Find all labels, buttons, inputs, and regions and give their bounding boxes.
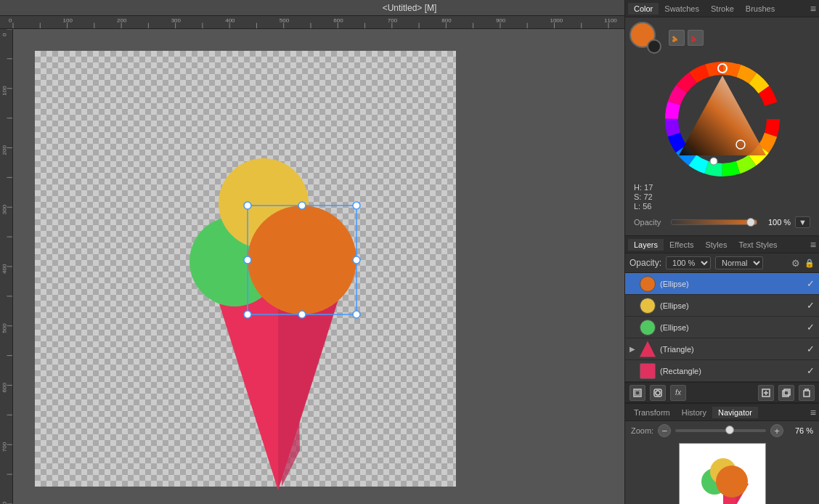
layer-name-3: (Triangle) xyxy=(660,345,807,354)
opacity-thumb[interactable] xyxy=(746,218,755,227)
hsl-s: S: 72 xyxy=(634,192,810,201)
hsl-h: H: 17 xyxy=(634,183,810,192)
layers-blend-select[interactable]: Normal xyxy=(715,256,763,269)
color-swatch-container[interactable] xyxy=(629,22,661,54)
layer-item-1[interactable]: (Ellipse) ✓ xyxy=(625,295,819,317)
artwork-svg xyxy=(57,73,478,504)
tab-swatches[interactable]: Swatches xyxy=(659,3,705,15)
svg-point-46 xyxy=(656,391,660,395)
svg-point-11 xyxy=(353,256,360,264)
opacity-dropdown-btn[interactable]: ▼ xyxy=(795,216,810,228)
zoom-label: Zoom: xyxy=(631,426,653,435)
tab-layers[interactable]: Layers xyxy=(628,239,664,251)
zoom-slider[interactable] xyxy=(675,429,766,432)
layer-check-0[interactable]: ✓ xyxy=(807,278,815,289)
layer-name-2: (Ellipse) xyxy=(660,323,807,332)
layer-check-3[interactable]: ✓ xyxy=(807,344,815,354)
background-color[interactable] xyxy=(647,39,661,54)
zoom-minus-btn[interactable]: − xyxy=(658,424,671,437)
layers-panel: Layers Effects Styles Text Styles ≡ Opac… xyxy=(625,236,819,403)
ruler-v-canvas xyxy=(0,29,12,504)
svg-rect-52 xyxy=(804,391,810,397)
layers-tool-delete[interactable] xyxy=(799,385,815,401)
tab-styles[interactable]: Styles xyxy=(699,239,733,251)
opacity-value: 100 % xyxy=(762,218,791,227)
layer-check-4[interactable]: ✓ xyxy=(807,365,815,376)
tab-history[interactable]: History xyxy=(676,407,712,418)
layer-check-1[interactable]: ✓ xyxy=(807,300,815,311)
color-panel-tabs: Color Swatches Stroke Brushes ≡ xyxy=(625,0,819,17)
layers-tool-mask[interactable] xyxy=(650,385,666,401)
tab-navigator[interactable]: Navigator xyxy=(712,407,758,418)
layer-item-3[interactable]: ▶ (Triangle) ✓ xyxy=(625,338,819,360)
tab-brushes[interactable]: Brushes xyxy=(740,3,781,15)
svg-rect-44 xyxy=(635,391,640,395)
color-panel-body: H: 17 S: 72 L: 56 Opacity 100 % ▼ xyxy=(625,17,819,235)
tab-transform[interactable]: Transform xyxy=(628,407,676,418)
layers-tool-group[interactable] xyxy=(629,385,645,401)
fx-label: fx xyxy=(675,389,681,397)
layer-expand-3[interactable]: ▶ xyxy=(629,345,640,353)
layer-thumb-0 xyxy=(640,276,656,292)
hsl-values: H: 17 S: 72 L: 56 xyxy=(634,183,810,211)
tab-stroke[interactable]: Stroke xyxy=(705,3,740,15)
zoom-plus-btn[interactable]: + xyxy=(770,424,783,437)
layer-item-2[interactable]: (Ellipse) ✓ xyxy=(625,317,819,338)
opacity-slider[interactable] xyxy=(671,219,757,225)
nav-preview xyxy=(625,440,819,504)
layer-thumb-4 xyxy=(640,363,656,379)
layer-name-1: (Ellipse) xyxy=(660,301,807,310)
layers-tool-new[interactable] xyxy=(758,385,774,401)
layer-name-4: (Rectangle) xyxy=(660,367,807,375)
document-canvas[interactable] xyxy=(35,51,456,487)
duplicate-icon xyxy=(781,388,791,398)
layer-name-0: (Ellipse) xyxy=(660,280,807,288)
svg-point-14 xyxy=(353,311,360,318)
layer-thumb-3 xyxy=(640,341,656,357)
svg-point-60 xyxy=(716,466,748,497)
layers-opacity-label: Opacity: xyxy=(629,258,661,268)
svg-rect-51 xyxy=(784,389,790,395)
color-wheel-container[interactable] xyxy=(629,61,815,177)
dropper-icon-1 xyxy=(672,33,682,43)
nav-zoom-row: Zoom: − + 76 % xyxy=(625,421,819,440)
color-panel-menu[interactable]: ≡ xyxy=(810,3,816,15)
canvas-area[interactable] xyxy=(13,29,624,504)
tab-effects[interactable]: Effects xyxy=(664,239,699,251)
navigator-panel-menu[interactable]: ≡ xyxy=(810,407,816,418)
delete-icon xyxy=(802,388,812,398)
layers-tool-duplicate[interactable] xyxy=(778,385,794,401)
svg-point-9 xyxy=(353,202,360,209)
dropper-btn-1[interactable] xyxy=(669,30,685,46)
document-title: <Untitled> [M] xyxy=(383,3,437,13)
opacity-label: Opacity xyxy=(634,218,667,227)
mask-icon xyxy=(653,388,663,398)
svg-point-10 xyxy=(244,256,251,264)
layer-item-0[interactable]: (Ellipse) ✓ xyxy=(625,273,819,295)
zoom-thumb[interactable] xyxy=(725,426,734,434)
layer-check-2[interactable]: ✓ xyxy=(807,322,815,333)
dropper-btn-2[interactable] xyxy=(688,30,704,46)
layers-list: (Ellipse) ✓ (Ellipse) ✓ (Ellipse) ✓ ▶ xyxy=(625,273,819,382)
layers-gear-icon[interactable]: ⚙ xyxy=(791,258,800,269)
tab-color[interactable]: Color xyxy=(628,3,659,15)
nav-canvas xyxy=(679,443,766,504)
svg-point-18 xyxy=(691,39,694,42)
svg-marker-39 xyxy=(679,76,766,155)
new-layer-icon xyxy=(761,388,771,398)
ruler-horizontal xyxy=(0,16,624,29)
svg-point-16 xyxy=(672,39,675,42)
layer-item-4[interactable]: (Rectangle) ✓ xyxy=(625,360,819,382)
navigator-panel: Transform History Navigator ≡ Zoom: − + … xyxy=(625,403,819,504)
layers-opacity-select[interactable]: 100 % xyxy=(666,256,711,269)
opacity-row: Opacity 100 % ▼ xyxy=(629,214,815,231)
layers-tool-fx[interactable]: fx xyxy=(670,385,686,401)
layers-toolbar: fx xyxy=(625,382,819,402)
color-wheel-svg[interactable] xyxy=(664,61,781,177)
hsl-l: L: 56 xyxy=(634,202,810,211)
layers-lock-icon[interactable]: 🔒 xyxy=(804,259,815,268)
tab-text-styles[interactable]: Text Styles xyxy=(733,239,783,251)
right-panel: Color Swatches Stroke Brushes ≡ xyxy=(624,0,819,504)
layer-thumb-2 xyxy=(640,320,656,336)
layers-panel-menu[interactable]: ≡ xyxy=(810,239,816,251)
